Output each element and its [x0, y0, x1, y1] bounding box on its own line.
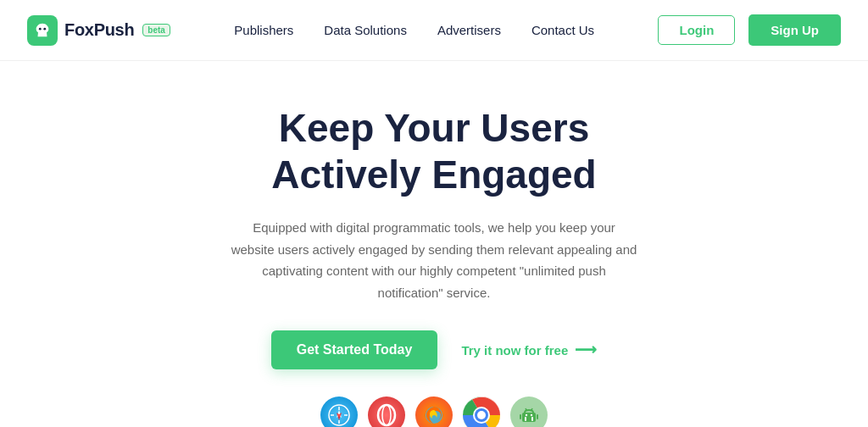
svg-point-9 [378, 405, 395, 425]
svg-rect-16 [522, 413, 536, 422]
site-header: FoxPushbeta Publishers Data Solutions Ad… [0, 0, 868, 61]
svg-point-0 [39, 27, 42, 30]
hero-section: Keep Your Users Actively Engaged Equippe… [0, 61, 868, 427]
hero-subtitle: Equipped with digital programmatic tools… [231, 217, 637, 303]
svg-point-10 [382, 405, 391, 425]
logo-area: FoxPushbeta [27, 15, 170, 46]
svg-point-25 [526, 414, 527, 416]
login-button[interactable]: Login [658, 15, 735, 45]
hero-cta: Get Started Today Try it now for free ⟶ [271, 330, 597, 369]
logo-text: FoxPush [64, 20, 134, 40]
nav-publishers[interactable]: Publishers [234, 23, 293, 37]
nav-data-solutions[interactable]: Data Solutions [324, 23, 407, 37]
svg-point-26 [531, 414, 532, 416]
logo-icon [27, 15, 58, 46]
svg-rect-18 [531, 417, 533, 421]
svg-point-15 [477, 411, 486, 419]
beta-badge: beta [142, 24, 170, 36]
arrow-icon: ⟶ [575, 341, 597, 359]
nav-contact-us[interactable]: Contact Us [531, 23, 594, 37]
android-icon [510, 396, 548, 427]
header-actions: Login Sign Up [658, 14, 841, 46]
try-free-label: Try it now for free [461, 343, 568, 358]
opera-icon [368, 396, 405, 427]
svg-point-1 [43, 27, 46, 30]
svg-rect-17 [525, 417, 526, 421]
svg-line-24 [531, 408, 532, 410]
firefox-icon [415, 396, 453, 427]
hero-title: Keep Your Users Actively Engaged [271, 105, 596, 198]
try-free-button[interactable]: Try it now for free ⟶ [461, 341, 597, 359]
svg-rect-20 [537, 414, 538, 419]
get-started-button[interactable]: Get Started Today [271, 330, 438, 369]
chrome-icon [463, 396, 500, 427]
browser-icons [320, 396, 548, 427]
safari-icon [320, 396, 358, 427]
main-nav: Publishers Data Solutions Advertisers Co… [234, 23, 594, 37]
nav-advertisers[interactable]: Advertisers [437, 23, 501, 37]
svg-rect-19 [520, 414, 521, 419]
signup-button[interactable]: Sign Up [748, 14, 841, 46]
svg-line-23 [526, 408, 526, 410]
